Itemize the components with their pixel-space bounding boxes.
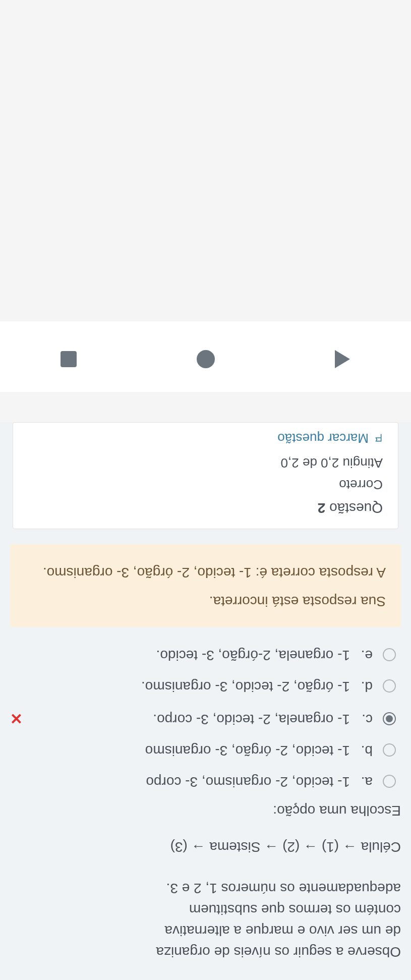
question-number: 2 (318, 500, 326, 516)
option-text: 1- tecido, 2- órgão, 3- organismo (10, 742, 350, 759)
option-letter: c. (360, 711, 373, 727)
wrong-mark-icon: ✕ (10, 710, 23, 727)
question-score: Atingiu 2,0 de 2,0 (28, 455, 383, 471)
choose-prompt: Escolha uma opção: (10, 802, 401, 819)
question-title: Questão 2 (28, 500, 383, 516)
radio-e[interactable] (383, 648, 396, 661)
options-group: a. 1- tecido, 2- organismo, 3- corpo b. … (10, 647, 401, 790)
option-letter: a. (360, 774, 373, 790)
back-button[interactable] (330, 347, 355, 372)
radio-b[interactable] (383, 743, 396, 757)
option-text: 1- órgão, 2- tecido, 3- organismo. (10, 678, 350, 695)
feedback-answer: A resposta correta é: 1- tecido, 2- órgã… (25, 562, 386, 583)
android-nav-bar (0, 321, 411, 392)
question-status: Correto (28, 477, 383, 492)
option-b[interactable]: b. 1- tecido, 2- órgão, 3- organismo (10, 742, 396, 759)
option-text: 1- organela, 2-órgão, 3- tecido. (10, 647, 350, 663)
option-letter: d. (360, 678, 373, 695)
question-line: de um ser vivo e marque a alternativa (165, 923, 401, 939)
question-line: contém os termos que substituem (189, 902, 401, 917)
radio-a[interactable] (383, 775, 396, 788)
option-e[interactable]: e. 1- organela, 2-órgão, 3- tecido. (10, 647, 396, 663)
option-text: 1- tecido, 2- organismo, 3- corpo (10, 774, 350, 790)
option-d[interactable]: d. 1- órgão, 2- tecido, 3- organismo. (10, 678, 396, 695)
feedback-title: Sua resposta está incorreta. (25, 593, 386, 609)
option-c[interactable]: c. 1- organela, 2- tecido, 3- corpo. ✕ (10, 710, 396, 727)
flag-label: Marcar questão (277, 430, 369, 446)
question-line: adequadamente os números 1, 2 e 3. (166, 881, 401, 896)
option-text: 1- organela, 2- tecido, 3- corpo. (38, 711, 350, 727)
home-icon (197, 350, 215, 368)
radio-c[interactable] (383, 712, 396, 725)
sequence-text: Célula → (1) → (2) → Sistema → (3) (10, 839, 401, 855)
flag-icon (373, 433, 383, 443)
question-info-card: Questão 2 Correto Atingiu 2,0 de 2,0 Mar… (13, 422, 398, 529)
radio-d[interactable] (383, 679, 396, 693)
question-stem: Observe a seguir os níveis de organiza d… (10, 870, 401, 970)
question-line: Observe a seguir os níveis de organiza (156, 944, 401, 960)
recent-icon (61, 351, 77, 367)
home-button[interactable] (193, 347, 218, 372)
recent-apps-button[interactable] (56, 347, 81, 372)
option-letter: b. (360, 742, 373, 759)
feedback-box: Sua resposta está incorreta. A resposta … (10, 544, 401, 627)
question-title-prefix: Questão (325, 500, 383, 516)
flag-question-link[interactable]: Marcar questão (277, 430, 383, 446)
option-a[interactable]: a. 1- tecido, 2- organismo, 3- corpo (10, 774, 396, 790)
back-icon (335, 350, 350, 368)
option-letter: e. (360, 647, 373, 663)
